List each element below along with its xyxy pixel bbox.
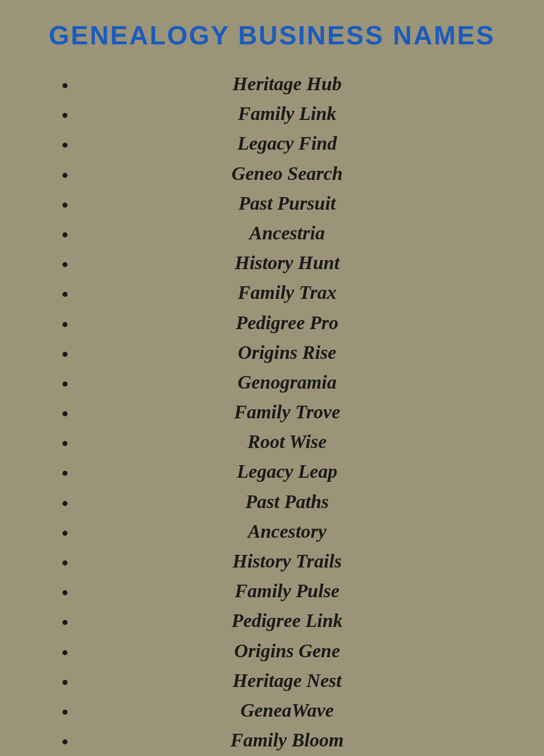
list-item: Ancestria bbox=[76, 220, 499, 246]
list-item: Past Pursuit bbox=[76, 190, 499, 217]
list-item: Heritage Hub bbox=[76, 71, 499, 97]
business-names-list: Heritage HubFamily LinkLegacy FindGeneo … bbox=[45, 71, 499, 756]
list-item: Pedigree Pro bbox=[76, 309, 499, 336]
list-item: History Hunt bbox=[76, 249, 499, 276]
list-item: Family Link bbox=[76, 100, 499, 127]
list-item: Pedigree Link bbox=[76, 607, 499, 634]
list-item: Genogramia bbox=[76, 369, 499, 396]
list-item: Family Pulse bbox=[76, 578, 499, 604]
list-item: Ancestory bbox=[76, 518, 499, 545]
list-item: Past Paths bbox=[76, 488, 499, 515]
list-item: Legacy Leap bbox=[76, 458, 499, 485]
page-title: GENEALOGY BUSINESS NAMES bbox=[49, 20, 495, 50]
list-item: Family Bloom bbox=[76, 727, 499, 753]
list-item: Family Trax bbox=[76, 279, 499, 306]
list-item: Origins Gene bbox=[76, 638, 499, 664]
list-item: Geneo Search bbox=[76, 160, 499, 187]
list-item: Heritage Nest bbox=[76, 667, 499, 694]
list-item: GeneaWave bbox=[76, 697, 499, 724]
list-item: Family Trove bbox=[76, 399, 499, 425]
list-item: History Trails bbox=[76, 548, 499, 575]
list-item: Origins Rise bbox=[76, 339, 499, 366]
list-item: Legacy Find bbox=[76, 130, 499, 157]
list-item: Root Wise bbox=[76, 428, 499, 455]
